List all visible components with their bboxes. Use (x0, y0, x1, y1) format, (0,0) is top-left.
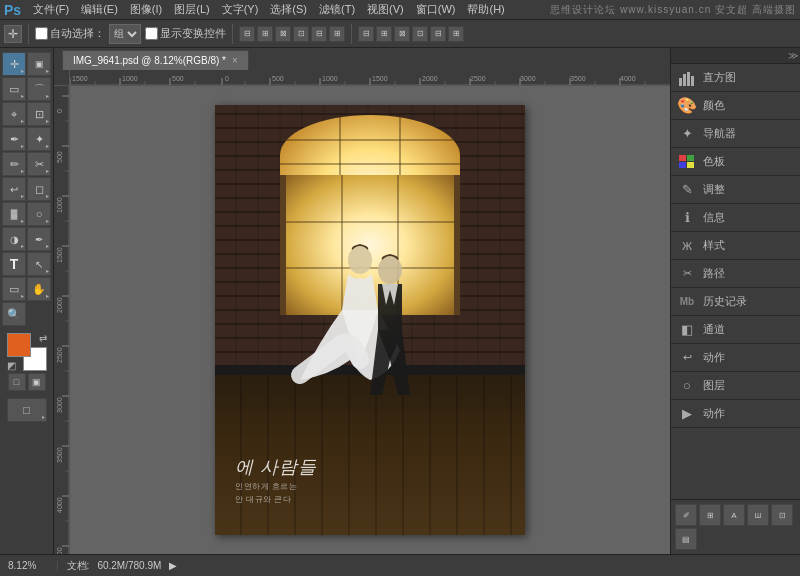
svg-text:4000: 4000 (620, 75, 636, 82)
align-left-icon[interactable]: ⊟ (239, 26, 255, 42)
panel-expand-btn[interactable]: ≫ (788, 50, 798, 61)
align-right-icon[interactable]: ⊠ (275, 26, 291, 42)
distribute-h-icon[interactable]: ⊞ (376, 26, 392, 42)
tool-row-4: ✒▸ ✦▸ (2, 127, 51, 151)
eyedropper-tool[interactable]: ✒▸ (2, 127, 26, 151)
switch-colors-icon[interactable]: ⇄ (39, 333, 47, 344)
quick-select-tool[interactable]: ⌖▸ (2, 102, 26, 126)
history-brush-tool[interactable]: ↩▸ (2, 177, 26, 201)
panel-item-histogram[interactable]: 直方图 (671, 64, 800, 92)
panel-item-adjustments[interactable]: ✎ 调整 (671, 176, 800, 204)
bottom-tool-4[interactable]: Ш (747, 504, 769, 526)
auto-select-checkbox[interactable]: 自动选择： (35, 26, 105, 41)
svg-text:1000: 1000 (122, 75, 138, 82)
panel-item-info[interactable]: ℹ 信息 (671, 204, 800, 232)
pen-tool[interactable]: ✒▸ (27, 227, 51, 251)
distribute-right-icon[interactable]: ⊠ (394, 26, 410, 42)
svg-rect-74 (679, 155, 686, 161)
right-panel: ≫ 直方图 🎨 颜色 ✦ 导航器 色板 ✎ 调整 ℹ 信 (670, 48, 800, 554)
screen-mode-btn[interactable]: □▸ (7, 398, 47, 422)
svg-text:0: 0 (225, 75, 229, 82)
canvas-scroll[interactable]: 에 사람들 인연하게 흐르는 안 대규와 큰다 (70, 86, 670, 554)
navigator-label: 导航器 (703, 126, 736, 141)
menu-edit[interactable]: 编辑(E) (75, 0, 124, 20)
menu-image[interactable]: 图像(I) (124, 0, 168, 20)
bottom-tool-2[interactable]: ⊞ (699, 504, 721, 526)
menu-filter[interactable]: 滤镜(T) (313, 0, 361, 20)
actions-label-2: 动作 (703, 406, 725, 421)
artboard-tool[interactable]: ▣▸ (27, 52, 51, 76)
align-top-icon[interactable]: ⊡ (293, 26, 309, 42)
align-bottom-icon[interactable]: ⊞ (329, 26, 345, 42)
panel-item-paths[interactable]: ✂ 路径 (671, 260, 800, 288)
transform-checkbox[interactable]: 显示变换控件 (145, 26, 226, 41)
ruler-left-svg: 0 500 1000 1500 2000 2500 3000 3500 4000… (54, 86, 70, 554)
wedding-photo: 에 사람들 인연하게 흐르는 안 대규와 큰다 (215, 105, 525, 535)
move-tool-icon[interactable]: ✛ (4, 25, 22, 43)
dodge-tool[interactable]: ◑▸ (2, 227, 26, 251)
panel-item-history[interactable]: ↩ 动作 (671, 344, 800, 372)
tab-close-btn[interactable]: × (232, 55, 238, 66)
menu-file[interactable]: 文件(F) (27, 0, 75, 20)
brush-tool[interactable]: ✏▸ (2, 152, 26, 176)
shape-tool[interactable]: ▭▸ (2, 277, 26, 301)
watermark-author: 安文超 高端摄图 (715, 3, 796, 17)
panel-item-channels[interactable]: ○ 图层 (671, 372, 800, 400)
mask-mode-buttons: □ ▣ (8, 373, 46, 391)
tool-row-1: ✛▸ ▣▸ (2, 52, 51, 76)
hand-tool[interactable]: ✋▸ (27, 277, 51, 301)
menu-window[interactable]: 窗口(W) (410, 0, 462, 20)
blur-tool[interactable]: ○▸ (27, 202, 51, 226)
distribute-left-icon[interactable]: ⊟ (358, 26, 374, 42)
auto-select-dropdown[interactable]: 组 (109, 24, 141, 44)
align-center-v-icon[interactable]: ⊟ (311, 26, 327, 42)
canvas-area: IMG_9641.psd @ 8.12%(RGB/8) * × 1500 100… (54, 48, 670, 554)
marquee-tool[interactable]: ▭▸ (2, 77, 26, 101)
options-toolbar: ✛ 自动选择： 组 显示变换控件 ⊟ ⊞ ⊠ ⊡ ⊟ ⊞ ⊟ ⊞ ⊠ ⊡ ⊟ ⊞ (0, 20, 800, 48)
panel-item-actions[interactable]: ▶ 动作 (671, 400, 800, 428)
channels-label: 动作 (703, 350, 725, 365)
layers-label: 历史记录 (703, 294, 747, 309)
menu-layer[interactable]: 图层(L) (168, 0, 215, 20)
move-tool[interactable]: ✛▸ (2, 52, 26, 76)
panel-item-navigator[interactable]: ✦ 导航器 (671, 120, 800, 148)
menu-select[interactable]: 选择(S) (264, 0, 313, 20)
standard-mode-btn[interactable]: □ (8, 373, 26, 391)
svg-text:2000: 2000 (422, 75, 438, 82)
panel-item-color[interactable]: 🎨 颜色 (671, 92, 800, 120)
lasso-tool[interactable]: ⌒▸ (27, 77, 51, 101)
text-tool[interactable]: T (2, 252, 26, 276)
bottom-tool-1[interactable]: ✐ (675, 504, 697, 526)
align-center-h-icon[interactable]: ⊞ (257, 26, 273, 42)
panel-item-styles[interactable]: Ж 样式 (671, 232, 800, 260)
distribute-top-icon[interactable]: ⊡ (412, 26, 428, 42)
menu-view[interactable]: 视图(V) (361, 0, 410, 20)
auto-select-input[interactable] (35, 27, 48, 40)
default-colors-icon[interactable]: ◩ (7, 360, 16, 371)
panel-item-swatches[interactable]: 色板 (671, 148, 800, 176)
panel-item-mb[interactable]: Mb 历史记录 (671, 288, 800, 316)
distribute-bottom-icon[interactable]: ⊞ (448, 26, 464, 42)
document-tab[interactable]: IMG_9641.psd @ 8.12%(RGB/8) * × (62, 50, 249, 70)
bottom-tool-3[interactable]: A (723, 504, 745, 526)
quick-mask-btn[interactable]: ▣ (28, 373, 46, 391)
status-arrow-btn[interactable]: ▶ (169, 560, 177, 571)
clone-tool[interactable]: ✂▸ (27, 152, 51, 176)
transform-input[interactable] (145, 27, 158, 40)
menu-help[interactable]: 帮助(H) (461, 0, 510, 20)
status-divider: | (56, 560, 59, 571)
menu-text[interactable]: 文字(Y) (216, 0, 265, 20)
distribute-v-icon[interactable]: ⊟ (430, 26, 446, 42)
eraser-tool[interactable]: ◻▸ (27, 177, 51, 201)
path-select-tool[interactable]: ↖▸ (27, 252, 51, 276)
healing-tool[interactable]: ✦▸ (27, 127, 51, 151)
gradient-tool[interactable]: ▓▸ (2, 202, 26, 226)
fg-color-swatch[interactable] (7, 333, 31, 357)
panel-item-layers[interactable]: ◧ 通道 (671, 316, 800, 344)
svg-rect-73 (691, 76, 694, 86)
history-icon: ↩ (677, 348, 697, 368)
crop-tool[interactable]: ⊡▸ (27, 102, 51, 126)
bottom-tool-6[interactable]: ▤ (675, 528, 697, 550)
bottom-tool-5[interactable]: ⊡ (771, 504, 793, 526)
zoom-tool[interactable]: 🔍 (2, 302, 26, 326)
